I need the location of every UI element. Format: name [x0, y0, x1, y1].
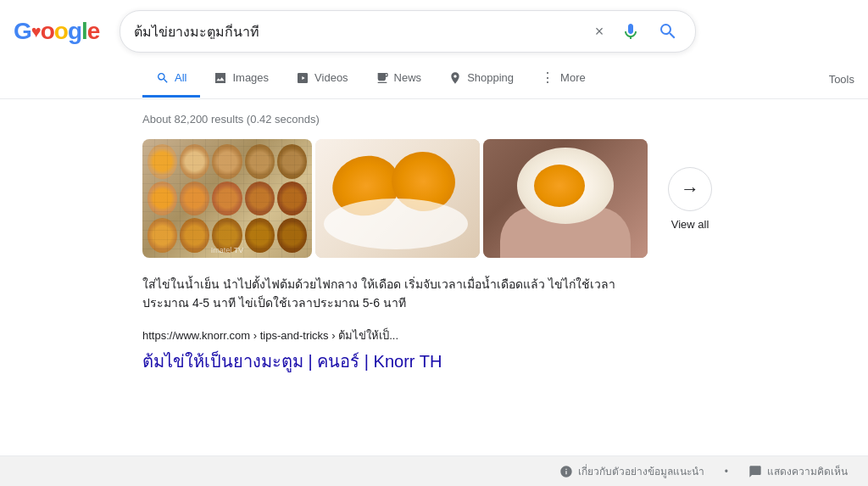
search-submit-button[interactable]: [654, 18, 682, 45]
logo-letter-o1: o: [41, 18, 54, 45]
tab-news[interactable]: News: [362, 61, 436, 98]
tab-all-label: All: [175, 71, 186, 84]
videos-icon: [296, 71, 309, 85]
image-result-3[interactable]: [483, 139, 648, 258]
tab-shopping-label: Shopping: [467, 71, 514, 84]
url-breadcrumb: https://www.knorr.com › tips-and-tricks …: [142, 327, 814, 344]
more-dots: ⋮: [541, 70, 555, 86]
tab-videos[interactable]: Videos: [282, 61, 362, 98]
image-result-1[interactable]: Imatel TV: [142, 139, 312, 258]
all-icon: [156, 71, 170, 85]
images-icon: [214, 71, 227, 85]
voice-search-button[interactable]: [617, 18, 644, 45]
logo-letter-l: l: [81, 18, 87, 45]
shopping-icon: [448, 71, 462, 85]
tab-images[interactable]: Images: [200, 61, 282, 98]
view-all-circle: →: [668, 167, 712, 211]
logo-letter-g: G: [14, 18, 31, 45]
tab-news-label: News: [394, 71, 422, 84]
snippet-text: ใส่ไข่ในน้ำเย็น นำไปตั้งไฟต้มด้วยไฟกลาง …: [142, 275, 651, 313]
results-count: About 82,200 results (0.42 seconds): [142, 113, 814, 126]
logo-letter-e: e: [87, 18, 100, 45]
tab-videos-label: Videos: [314, 71, 348, 84]
tab-images-label: Images: [232, 71, 269, 84]
tab-all[interactable]: All: [142, 61, 200, 98]
image-result-2[interactable]: [315, 139, 480, 258]
clear-button[interactable]: ×: [592, 20, 608, 44]
view-all-label: View all: [671, 218, 709, 231]
logo-letter-g2: g: [68, 18, 81, 45]
news-icon: [376, 71, 389, 85]
header: G♥oogle ต้มไข่ยางมะตูมกี่นาที ×: [0, 0, 868, 53]
tab-shopping[interactable]: Shopping: [435, 61, 527, 98]
nav-tabs: All Images Videos News Shopping ⋮ More T…: [0, 59, 868, 99]
tools-button[interactable]: Tools: [815, 63, 868, 96]
tab-more-label: More: [560, 71, 586, 84]
search-input[interactable]: ต้มไข่ยางมะตูมกี่นาที: [134, 24, 584, 39]
main-content: About 82,200 results (0.42 seconds): [0, 99, 814, 375]
logo-letter-o2: o: [54, 18, 68, 45]
search-icon: [658, 21, 678, 42]
tab-more[interactable]: ⋮ More: [527, 59, 599, 98]
logo-heart: ♥: [31, 22, 41, 42]
search-bar-icons: ×: [592, 18, 682, 45]
view-all-button[interactable]: → View all: [668, 167, 712, 231]
result-title[interactable]: ต้มไข่ให้เป็นยางมะตูม | คนอร์ | Knorr TH: [142, 352, 442, 371]
google-logo[interactable]: G♥oogle: [14, 18, 99, 45]
result-url[interactable]: https://www.knorr.com › tips-and-tricks …: [142, 329, 398, 342]
mic-icon: [620, 21, 641, 42]
search-bar: ต้มไข่ยางมะตูมกี่นาที ×: [120, 10, 696, 53]
image-strip: Imatel TV: [142, 139, 648, 258]
image-strip-container: Imatel TV: [142, 139, 814, 258]
